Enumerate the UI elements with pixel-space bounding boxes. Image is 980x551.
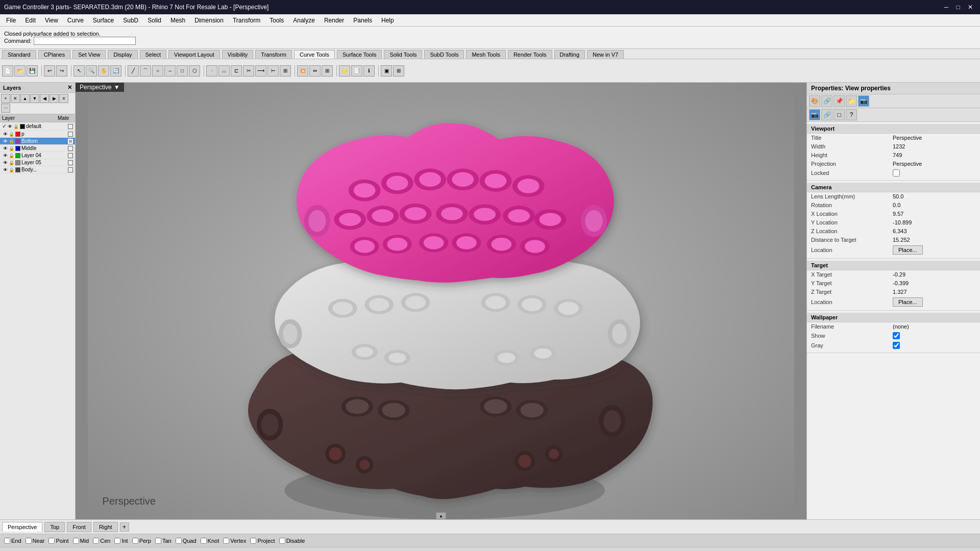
layers-right-btn[interactable]: ▶ — [50, 94, 59, 103]
tab-render-tools[interactable]: Render Tools — [508, 50, 552, 59]
layer-mat-bottom[interactable] — [68, 139, 73, 144]
layer-lock-default[interactable]: 🔒 — [13, 124, 19, 129]
tb-layer[interactable]: 📑 — [351, 65, 362, 77]
snap-checkbox-quad[interactable] — [176, 538, 182, 544]
snap-label-perp[interactable]: Perp — [139, 538, 151, 544]
layer-mat-p[interactable] — [68, 132, 73, 137]
layer-mat-middle[interactable] — [68, 146, 73, 151]
tb-arc[interactable]: ⌢ — [164, 65, 176, 77]
snap-checkbox-perp[interactable] — [132, 538, 138, 544]
layers-more-btn[interactable]: ⋯ — [1, 104, 10, 113]
snap-checkbox-tan[interactable] — [155, 538, 161, 544]
layer-row-p[interactable]: 👁 🔒 p — [0, 131, 75, 138]
tab-solid-tools[interactable]: Solid Tools — [384, 50, 422, 59]
menu-panels[interactable]: Panels — [349, 16, 376, 25]
prop-checkbox-gray[interactable] — [893, 342, 900, 349]
snap-checkbox-mid[interactable] — [73, 538, 79, 544]
layer-row-middle[interactable]: 👁 🔒 Middle — [0, 145, 75, 152]
vp-tab-front[interactable]: Front — [67, 522, 91, 532]
layer-color-bottom[interactable] — [15, 139, 20, 144]
tb-trim[interactable]: ✂ — [243, 65, 254, 77]
tab-set-view[interactable]: Set View — [72, 50, 106, 59]
minimize-button[interactable]: ─ — [941, 4, 952, 11]
layers-panel-close-icon[interactable]: ✕ — [67, 84, 72, 91]
tab-surface-tools[interactable]: Surface Tools — [337, 50, 382, 59]
tb-pan[interactable]: ✋ — [98, 65, 109, 77]
prop-checkbox-locked[interactable] — [893, 169, 900, 177]
layer-lock-layer04[interactable]: 🔒 — [9, 153, 14, 158]
tab-subd-tools[interactable]: SubD Tools — [424, 50, 464, 59]
tb-polyline[interactable]: ⌒ — [140, 65, 151, 77]
snap-label-tan[interactable]: Tan — [162, 538, 172, 544]
layers-down-btn[interactable]: ▼ — [30, 94, 39, 103]
snap-label-int[interactable]: Int — [121, 538, 128, 544]
tb-save[interactable]: 💾 — [27, 65, 38, 77]
tb-point[interactable]: · — [206, 65, 217, 77]
snap-label-knot[interactable]: Knot — [208, 538, 219, 544]
layer-mat-body[interactable] — [68, 167, 73, 172]
layer-color-layer04[interactable] — [15, 153, 20, 158]
layer-color-layer05[interactable] — [15, 160, 20, 165]
vp-tab-expand[interactable]: + — [120, 522, 129, 532]
snap-label-point[interactable]: Point — [56, 538, 68, 544]
snap-label-vertex[interactable]: Vertex — [230, 538, 246, 544]
tab-select[interactable]: Select — [140, 50, 167, 59]
tb-line[interactable]: ╱ — [128, 65, 139, 77]
tab-new-v7[interactable]: New in V7 — [587, 50, 624, 59]
menu-help[interactable]: Help — [377, 16, 398, 25]
menu-file[interactable]: File — [2, 16, 20, 25]
tab-mesh-tools[interactable]: Mesh Tools — [466, 50, 505, 59]
menu-transform[interactable]: Transform — [229, 16, 264, 25]
layers-filter-btn[interactable]: ≡ — [59, 94, 68, 103]
props-tab2-link[interactable]: 🔗 — [821, 109, 832, 120]
tab-transform[interactable]: Transform — [255, 50, 292, 59]
viewport-dropdown-icon[interactable]: ▼ — [114, 84, 120, 91]
tb-fillet[interactable]: ⌓ — [218, 65, 230, 77]
snap-checkbox-end[interactable] — [4, 538, 10, 544]
tb-join[interactable]: ⊞ — [280, 65, 291, 77]
layers-left-btn[interactable]: ◀ — [40, 94, 49, 103]
tb-zoom[interactable]: 🔍 — [86, 65, 97, 77]
tb-undo[interactable]: ↩ — [44, 65, 55, 77]
layer-vis-p[interactable]: 👁 — [3, 132, 8, 137]
layer-vis-body[interactable]: 👁 — [3, 167, 8, 172]
snap-label-end[interactable]: End — [11, 538, 21, 544]
layer-row-layer04[interactable]: 👁 🔒 Layer 04 — [0, 152, 75, 159]
layer-mat-default[interactable] — [68, 124, 73, 129]
layer-color-default[interactable] — [20, 124, 25, 129]
close-button[interactable]: ✕ — [965, 4, 976, 11]
menu-curve[interactable]: Curve — [63, 16, 88, 25]
menu-subd[interactable]: SubD — [119, 16, 142, 25]
tb-render[interactable]: 🌟 — [339, 65, 350, 77]
props-tab-folder[interactable]: 📁 — [846, 95, 857, 107]
props-tab2-square[interactable]: □ — [834, 109, 845, 120]
maximize-button[interactable]: □ — [953, 4, 963, 11]
menu-surface[interactable]: Surface — [89, 16, 118, 25]
tb-split[interactable]: ⊢ — [267, 65, 279, 77]
props-tab-camera[interactable]: 📷 — [858, 95, 869, 107]
menu-edit[interactable]: Edit — [21, 16, 40, 25]
tab-drafting[interactable]: Drafting — [554, 50, 585, 59]
props-tab-material[interactable]: 🎨 — [809, 95, 820, 107]
prop-checkbox-show[interactable] — [893, 332, 900, 339]
tb-viewport-single[interactable]: ▣ — [381, 65, 392, 77]
snap-checkbox-disable[interactable] — [279, 538, 285, 544]
vp-tab-top[interactable]: Top — [44, 522, 65, 532]
prop-button-target-place[interactable]: Place... — [893, 297, 923, 307]
layer-mat-layer04[interactable] — [68, 153, 73, 158]
snap-checkbox-near[interactable] — [26, 538, 32, 544]
tb-extend[interactable]: ⟶ — [255, 65, 266, 77]
snap-label-disable[interactable]: Disable — [286, 538, 305, 544]
layer-color-middle[interactable] — [15, 146, 20, 151]
tab-viewport-layout[interactable]: Viewport Layout — [168, 50, 220, 59]
layer-lock-body[interactable]: 🔒 — [9, 167, 14, 172]
layer-vis-bottom[interactable]: 👁 — [3, 139, 8, 144]
tab-curve-tools[interactable]: Curve Tools — [294, 50, 335, 59]
layer-row-default[interactable]: ✓ 👁 🔒 default — [0, 122, 75, 131]
viewport-label[interactable]: Perspective ▼ — [76, 83, 124, 92]
viewport-area[interactable]: Perspective ▼ — [76, 83, 806, 519]
layers-delete-btn[interactable]: ✕ — [11, 94, 20, 103]
snap-checkbox-project[interactable] — [250, 538, 256, 544]
tab-display[interactable]: Display — [108, 50, 137, 59]
snap-label-project[interactable]: Project — [257, 538, 275, 544]
